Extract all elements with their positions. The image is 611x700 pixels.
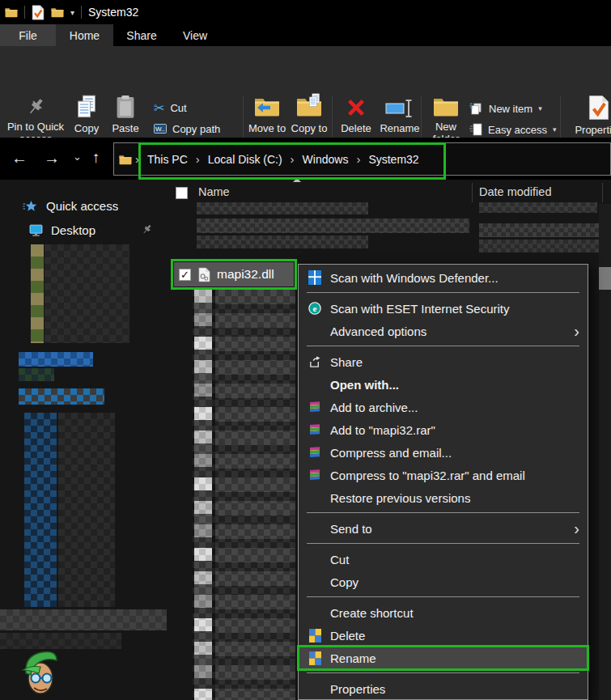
address-bar[interactable]: › This PC › Local Disk (C:) › Windows › … — [113, 142, 611, 176]
menu-item-compress-to-rar-and-email[interactable]: Compress to "mapi32.rar" and email — [299, 464, 588, 486]
scissors-icon: ✂ — [154, 100, 164, 116]
breadcrumb-separator: › — [287, 152, 298, 166]
menu-separator — [307, 596, 579, 597]
column-divider[interactable] — [602, 183, 603, 202]
blurred-date-cell — [479, 202, 597, 213]
column-header-date-modified[interactable]: Date modified — [479, 185, 551, 198]
empty-icon-slot — [307, 681, 323, 696]
quick-access-label: Quick access — [46, 199, 118, 213]
menu-item-advanced-options[interactable]: Advanced options › — [299, 320, 588, 342]
copy-path-label: Copy path — [172, 123, 220, 135]
address-folder-icon — [119, 154, 132, 165]
file-row-mapi32[interactable]: ✓ mapi32.dll — [174, 262, 294, 286]
submenu-arrow-icon: › — [574, 521, 579, 536]
sort-ascending-icon — [293, 174, 301, 182]
new-item-label: New item — [489, 103, 533, 115]
menu-item-label: Open with... — [330, 378, 399, 392]
rename-label: Rename — [380, 122, 419, 134]
menu-item-label: Copy — [330, 575, 359, 589]
submenu-arrow-icon: › — [574, 324, 579, 338]
scrollbar-thumb[interactable] — [599, 267, 611, 290]
rename-button[interactable]: Rename — [377, 98, 422, 134]
winrar-icon — [308, 469, 321, 482]
menu-item-label: Compress and email... — [330, 446, 452, 460]
empty-icon-slot — [307, 324, 323, 338]
easy-access-caret: ▾ — [553, 125, 557, 134]
menu-item-properties[interactable]: Properties — [299, 677, 588, 700]
tab-home-label: Home — [70, 29, 100, 42]
menu-item-add-to-archive[interactable]: Add to archive... — [299, 396, 588, 418]
winrar-icon — [308, 423, 321, 436]
easy-access-label: Easy access — [488, 124, 547, 136]
menu-item-restore-previous-versions[interactable]: Restore previous versions — [299, 486, 588, 509]
menu-item-scan-windows-defender[interactable]: Scan with Windows Defender... — [299, 266, 588, 289]
easy-access-button[interactable]: Easy access ▾ — [469, 121, 557, 138]
tab-view-label: View — [183, 29, 207, 42]
qat-properties-icon[interactable] — [32, 5, 45, 20]
move-to-icon — [253, 95, 281, 119]
breadcrumb-this-pc[interactable]: This PC — [142, 153, 193, 166]
file-checkbox[interactable]: ✓ — [179, 269, 191, 281]
breadcrumb-windows[interactable]: Windows — [298, 153, 354, 166]
menu-item-open-with[interactable]: Open with... — [299, 373, 588, 396]
menu-item-create-shortcut[interactable]: Create shortcut — [299, 601, 588, 624]
copy-button[interactable]: Copy — [68, 95, 105, 134]
menu-item-label: Scan with Windows Defender... — [330, 271, 499, 285]
back-button[interactable]: ← — [11, 149, 28, 168]
blurred-sidebar-items — [24, 413, 57, 607]
blurred-sidebar-items — [31, 244, 44, 343]
sidebar-item-quick-access[interactable]: Quick access — [23, 199, 118, 213]
cut-button[interactable]: ✂ Cut — [154, 98, 187, 117]
breadcrumb-system32[interactable]: System32 — [363, 153, 423, 166]
share-icon — [308, 355, 322, 369]
blurred-file-row — [197, 235, 368, 248]
menu-item-send-to[interactable]: Send to › — [299, 517, 588, 540]
paste-button[interactable]: Paste — [107, 95, 144, 134]
rename-icon — [384, 98, 415, 119]
blurred-sidebar-items — [0, 633, 121, 649]
breadcrumb-local-disk-c[interactable]: Local Disk (C:) — [203, 153, 287, 166]
menu-item-share[interactable]: Share — [299, 350, 588, 373]
pin-icon — [25, 96, 46, 117]
new-item-button[interactable]: New item ▾ — [469, 100, 542, 117]
menu-item-label: Cut — [330, 553, 349, 566]
menu-item-rename[interactable]: Rename — [299, 647, 588, 669]
menu-item-delete[interactable]: Delete — [299, 624, 588, 647]
blurred-sidebar-items — [19, 388, 104, 405]
tab-home[interactable]: Home — [56, 24, 113, 46]
tab-view[interactable]: View — [170, 24, 220, 46]
qat-customize-dropdown-icon[interactable]: ▾ — [70, 8, 74, 17]
select-all-checkbox[interactable] — [176, 187, 188, 199]
menu-separator — [307, 543, 579, 544]
menu-item-scan-eset[interactable]: Scan with ESET Internet Security — [299, 297, 588, 320]
empty-icon-slot — [307, 575, 323, 589]
sidebar-item-desktop[interactable]: Desktop — [29, 223, 95, 237]
menu-item-label: Create shortcut — [330, 606, 414, 620]
paste-label: Paste — [112, 122, 138, 134]
properties-icon — [588, 95, 609, 121]
qat-new-folder-icon[interactable] — [51, 6, 64, 18]
menu-item-cut[interactable]: Cut — [299, 548, 588, 571]
up-button[interactable]: ↑ — [92, 149, 100, 167]
forward-button[interactable]: → — [44, 149, 60, 168]
menu-item-label: Share — [330, 355, 363, 369]
blurred-sidebar-items — [19, 352, 93, 367]
copy-label: Copy — [74, 122, 99, 134]
titlebar-divider — [81, 6, 82, 19]
tab-share[interactable]: Share — [113, 24, 170, 46]
tab-file-label: File — [19, 29, 37, 42]
recent-locations-dropdown-icon[interactable]: ⌄ — [73, 151, 82, 163]
tab-file[interactable]: File — [0, 24, 56, 46]
dll-file-icon — [198, 267, 210, 282]
menu-item-label: Add to archive... — [330, 401, 418, 414]
menu-item-add-to-rar[interactable]: Add to "mapi32.rar" — [299, 418, 588, 441]
ribbon-tab-bar: File Home Share View — [0, 24, 611, 46]
menu-item-compress-and-email[interactable]: Compress and email... — [299, 441, 588, 464]
menu-item-copy[interactable]: Copy — [299, 571, 588, 593]
eset-icon — [308, 302, 321, 315]
column-divider[interactable] — [472, 183, 473, 202]
new-item-caret: ▾ — [538, 104, 542, 112]
delete-icon — [345, 96, 367, 119]
column-header-name[interactable]: Name — [198, 185, 230, 198]
copy-path-button[interactable]: Copy path — [154, 119, 220, 138]
